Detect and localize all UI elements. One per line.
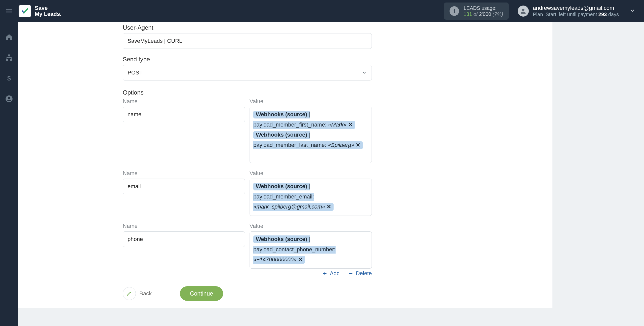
logo-text-line1: Save <box>35 5 61 11</box>
logo-text-line2: My Leads. <box>35 11 61 17</box>
usage-title: LEADS usage: <box>464 5 503 11</box>
continue-button[interactable]: Continue <box>180 286 223 301</box>
option-row: Name email Value Webhooks (source) | pay… <box>123 170 372 216</box>
remove-tag-icon[interactable]: ✕ <box>325 203 331 210</box>
back-label: Back <box>139 290 152 297</box>
logo-mark <box>19 5 31 17</box>
plus-icon <box>322 271 327 276</box>
add-label: Add <box>330 270 340 277</box>
dollar-icon: $ <box>5 74 13 82</box>
label-value: Value <box>250 170 372 177</box>
send-type-value: POST <box>128 69 143 76</box>
remove-tag-icon[interactable]: ✕ <box>347 121 353 128</box>
option-value-box[interactable]: Webhooks (source) | payload_member_email… <box>250 179 372 216</box>
minus-icon <box>348 271 353 276</box>
svg-rect-4 <box>8 55 10 56</box>
account-plan: Plan |Start| left until payment 293 days <box>533 11 619 18</box>
continue-label: Continue <box>190 290 213 297</box>
option-name-value: email <box>128 183 141 190</box>
page: User-Agent SaveMyLeads | CURL Send type … <box>18 22 644 326</box>
label-name: Name <box>123 98 245 105</box>
form-card: User-Agent SaveMyLeads | CURL Send type … <box>18 22 552 308</box>
value-tag[interactable]: Webhooks (source) | payload_member_email… <box>253 183 334 211</box>
label-name: Name <box>123 170 245 177</box>
usage-used: 131 <box>464 11 472 17</box>
user-agent-input[interactable]: SaveMyLeads | CURL <box>123 33 372 49</box>
user-icon <box>520 8 527 15</box>
menu-toggle[interactable] <box>0 0 18 22</box>
account-expand[interactable] <box>629 8 644 15</box>
option-value-box[interactable]: Webhooks (source) | payload_contact_phon… <box>250 231 372 269</box>
label-send-type: Send type <box>123 56 372 63</box>
svg-point-3 <box>522 9 525 11</box>
logo[interactable]: Save My Leads. <box>18 5 61 17</box>
label-user-agent: User-Agent <box>123 24 372 31</box>
svg-point-9 <box>8 97 10 99</box>
label-value: Value <box>250 98 372 105</box>
option-row: Name name Value Webhooks (source) | payl… <box>123 98 372 163</box>
value-tag[interactable]: Webhooks (source) | payload_member_last_… <box>253 131 363 149</box>
remove-tag-icon[interactable]: ✕ <box>354 142 360 148</box>
account-email: andrewsavemyleads@gmail.com <box>533 5 619 12</box>
sidebar-item-billing[interactable]: $ <box>5 74 13 83</box>
top-bar: Save My Leads. i LEADS usage: 131 of 2'0… <box>0 0 644 22</box>
usage-pct: (7%) <box>493 11 503 17</box>
sidebar-item-home[interactable] <box>5 33 13 42</box>
svg-rect-5 <box>6 59 8 61</box>
send-type-select[interactable]: POST <box>123 65 372 80</box>
back-button[interactable]: Back <box>123 287 152 300</box>
option-name-input[interactable]: email <box>123 179 245 194</box>
info-icon: i <box>450 6 459 16</box>
usage-total: 2'000 <box>479 11 491 17</box>
chevron-down-icon <box>361 70 367 75</box>
label-options: Options <box>123 89 372 96</box>
label-name: Name <box>123 223 245 229</box>
delete-label: Delete <box>356 270 372 277</box>
sidebar-item-connections[interactable] <box>5 54 13 62</box>
remove-tag-icon[interactable]: ✕ <box>297 256 303 263</box>
label-value: Value <box>250 223 372 229</box>
user-agent-value: SaveMyLeads | CURL <box>128 38 182 44</box>
sidebar-item-profile[interactable] <box>5 95 13 104</box>
option-row: Name phone Value Webhooks (source) | pay… <box>123 223 372 269</box>
logo-text: Save My Leads. <box>35 5 61 17</box>
hamburger-icon <box>5 7 13 15</box>
value-tag[interactable]: Webhooks (source) | payload_member_first… <box>253 111 355 129</box>
account-menu[interactable]: andrewsavemyleads@gmail.com Plan |Start|… <box>509 5 629 18</box>
option-name-input[interactable]: name <box>123 107 245 122</box>
option-name-input[interactable]: phone <box>123 231 245 247</box>
home-icon <box>5 33 13 41</box>
leads-usage: i LEADS usage: 131 of 2'000 (7%) <box>444 3 509 20</box>
form-footer: Back Continue <box>123 286 372 301</box>
sitemap-icon <box>5 54 13 61</box>
pencil-icon <box>127 291 132 296</box>
chevron-down-icon <box>629 8 635 14</box>
user-circle-icon <box>5 95 13 103</box>
svg-rect-6 <box>10 59 12 61</box>
avatar <box>518 6 529 17</box>
back-icon-circle <box>123 287 136 300</box>
option-name-value: phone <box>128 236 143 242</box>
usage-value: 131 of 2'000 (7%) <box>464 11 503 17</box>
checkmark-icon <box>21 7 29 15</box>
option-actions: Add Delete <box>123 270 372 277</box>
value-tag[interactable]: Webhooks (source) | payload_contact_phon… <box>253 235 336 264</box>
option-value-box[interactable]: Webhooks (source) | payload_member_first… <box>250 107 372 163</box>
svg-text:$: $ <box>7 75 11 82</box>
option-name-value: name <box>128 111 141 118</box>
add-option-button[interactable]: Add <box>322 270 340 277</box>
delete-option-button[interactable]: Delete <box>348 270 372 277</box>
sidebar: $ <box>0 22 18 326</box>
